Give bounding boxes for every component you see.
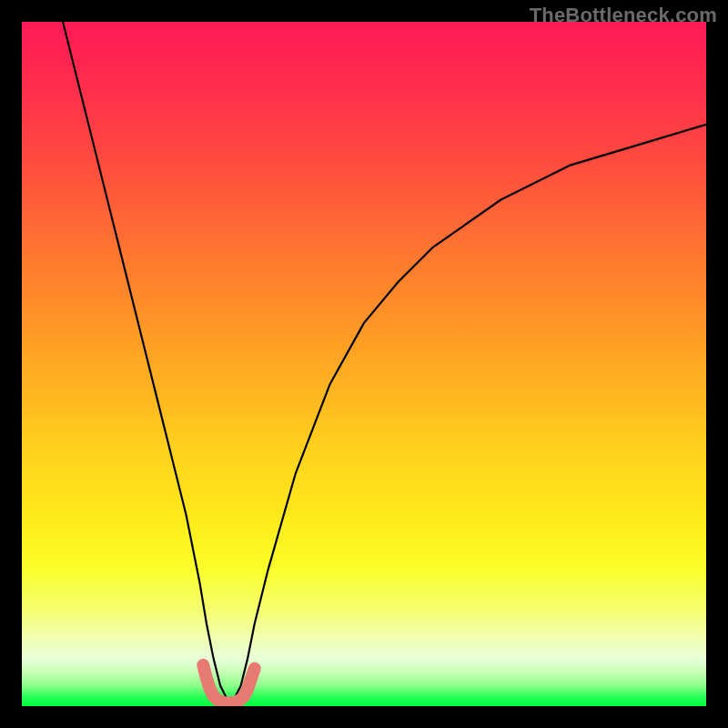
chart-stage: TheBottleneck.com bbox=[0, 0, 728, 728]
chart-svg bbox=[22, 22, 706, 706]
plot-frame bbox=[22, 22, 706, 706]
bottleneck-curve-path bbox=[63, 22, 706, 699]
plot-area bbox=[22, 22, 706, 706]
watermark-text: TheBottleneck.com bbox=[530, 4, 717, 27]
optimal-marker-path bbox=[203, 665, 254, 703]
